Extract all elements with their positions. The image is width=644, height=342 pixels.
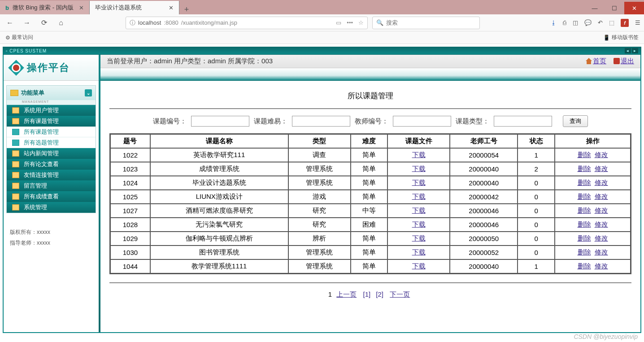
cell-type: 调查 — [288, 148, 351, 162]
star-icon[interactable]: ☆ — [358, 19, 364, 26]
edit-link[interactable]: 修改 — [595, 193, 608, 200]
undo-icon[interactable]: ↶ — [598, 19, 603, 26]
bookmark-most-visited[interactable]: 最常访问 — [12, 34, 33, 41]
watermark: CSDN @biyezuopinvip — [574, 333, 638, 340]
maximize-button[interactable]: ☐ — [605, 2, 624, 14]
edit-link[interactable]: 修改 — [595, 234, 608, 242]
back-button[interactable]: ← — [4, 17, 16, 29]
gear-icon[interactable]: ⚙ — [5, 35, 10, 41]
next-page-link[interactable]: 下一页 — [390, 290, 410, 298]
download-link[interactable]: 下载 — [412, 179, 426, 186]
sidebar-item-5[interactable]: 所有论文查看 — [7, 159, 96, 170]
logo-mark-icon — [8, 60, 24, 76]
url-field[interactable]: ⓘ localhost:8080/xuantixitong/main.jsp ▭… — [126, 17, 368, 29]
download-link[interactable]: 下载 — [412, 193, 426, 200]
close-icon[interactable]: ✕ — [169, 4, 174, 11]
cell-file: 下载 — [387, 148, 450, 162]
prev-page-link[interactable]: 上一页 — [336, 290, 357, 298]
sidebar-icon[interactable]: ◫ — [573, 19, 578, 26]
edit-link[interactable]: 修改 — [595, 220, 608, 228]
prev-arrow-icon[interactable]: ◂ — [625, 48, 631, 53]
label-difficulty: 课题难易： — [254, 117, 287, 126]
download-link[interactable]: 下载 — [412, 165, 426, 172]
addon-icon[interactable]: ⬚ — [609, 19, 614, 26]
new-tab-button[interactable]: + — [179, 5, 194, 14]
delete-link[interactable]: 删除 — [578, 248, 591, 256]
download-link[interactable]: 下载 — [412, 248, 426, 256]
sidebar-item-3[interactable]: 所有选题管理 — [7, 137, 96, 148]
more-icon[interactable]: ••• — [347, 19, 353, 26]
download-link[interactable]: 下载 — [412, 234, 426, 242]
bing-icon: b — [5, 4, 9, 11]
delete-link[interactable]: 删除 — [578, 193, 591, 200]
search-box[interactable]: 🔍 — [372, 17, 480, 29]
download-icon[interactable]: ⭳ — [551, 19, 557, 26]
pagination: 1 上一页 [1] [2] 下一页 — [109, 274, 631, 307]
label-topic-type: 课题类型： — [456, 117, 489, 126]
page-2[interactable]: [2] — [376, 290, 383, 298]
collapse-icon[interactable]: ⌄ — [85, 89, 92, 96]
delete-link[interactable]: 删除 — [578, 165, 591, 172]
cell-file: 下载 — [387, 204, 450, 218]
cell-name: 成绩管理系统 — [150, 162, 288, 176]
home-button[interactable]: ⌂ — [55, 17, 67, 29]
cell-teacher: 20000040 — [450, 162, 518, 176]
delete-link[interactable]: 删除 — [578, 234, 591, 242]
cell-name: 英语教学研究111 — [150, 148, 288, 162]
sidebar-item-1[interactable]: 所有课题管理 — [7, 116, 96, 127]
search-input[interactable] — [386, 19, 476, 26]
search-button[interactable]: 查询 — [563, 115, 588, 127]
close-window-button[interactable]: ✕ — [624, 2, 644, 14]
library-icon[interactable]: ⎙ — [563, 19, 566, 26]
browser-tab-bing[interactable]: b 微软 Bing 搜索 - 国内版 ✕ — [0, 1, 90, 14]
reload-button[interactable]: ⟳ — [38, 17, 50, 29]
page-1[interactable]: [1] — [363, 290, 370, 298]
flash-icon[interactable]: f — [621, 19, 629, 27]
chat-icon[interactable]: 💬 — [584, 19, 592, 26]
minimize-button[interactable]: — — [585, 2, 605, 14]
download-link[interactable]: 下载 — [412, 151, 426, 158]
edit-link[interactable]: 修改 — [595, 248, 608, 256]
delete-link[interactable]: 删除 — [578, 262, 591, 270]
input-difficulty[interactable] — [292, 116, 350, 127]
next-arrow-icon[interactable]: ▸ — [632, 48, 638, 53]
delete-link[interactable]: 删除 — [578, 179, 591, 186]
forward-button[interactable]: → — [21, 17, 33, 29]
delete-link[interactable]: 删除 — [578, 151, 591, 158]
exit-link[interactable]: 退出 — [621, 57, 634, 65]
sidebar-item-6[interactable]: 友情连接管理 — [7, 170, 96, 180]
menu-icon[interactable]: ☰ — [635, 19, 640, 26]
delete-link[interactable]: 删除 — [578, 206, 591, 214]
edit-link[interactable]: 修改 — [595, 262, 608, 270]
url-path: /xuantixitong/main.jsp — [181, 19, 237, 26]
download-link[interactable]: 下载 — [412, 206, 426, 214]
sidebar-item-9[interactable]: 系统管理 — [7, 202, 96, 213]
home-link[interactable]: 首页 — [593, 57, 606, 65]
cell-diff: 简单 — [351, 246, 388, 259]
browser-tab-active[interactable]: 毕业设计选题系统 ✕ — [90, 1, 179, 14]
download-link[interactable]: 下载 — [412, 220, 426, 228]
input-topic-id[interactable] — [191, 116, 249, 127]
menu-header[interactable]: 功能菜单 ⌄ — [7, 86, 96, 100]
bookmark-mobile[interactable]: 移动版书签 — [612, 34, 639, 41]
sidebar-item-8[interactable]: 所有成绩查看 — [7, 191, 96, 202]
close-icon[interactable]: ✕ — [79, 4, 84, 11]
logo: 操作平台 — [4, 55, 99, 81]
cell-type: 管理系统 — [288, 246, 351, 259]
input-teacher-id[interactable] — [393, 116, 451, 127]
input-topic-type[interactable] — [494, 116, 552, 127]
sidebar-item-0[interactable]: 系统用户管理 — [7, 105, 96, 116]
download-link[interactable]: 下载 — [412, 262, 426, 270]
sidebar-item-4[interactable]: 站内新闻管理 — [7, 148, 96, 159]
delete-link[interactable]: 删除 — [578, 220, 591, 228]
sidebar-item-7[interactable]: 留言管理 — [7, 180, 96, 191]
edit-link[interactable]: 修改 — [595, 206, 608, 214]
sidebar-item-2[interactable]: 所有课题管理 — [7, 127, 96, 137]
cell-id: 1024 — [110, 176, 150, 190]
edit-link[interactable]: 修改 — [595, 179, 608, 186]
cell-teacher: 20000054 — [450, 148, 518, 162]
edit-link[interactable]: 修改 — [595, 165, 608, 172]
reader-icon[interactable]: ▭ — [336, 19, 341, 26]
edit-link[interactable]: 修改 — [595, 151, 608, 158]
info-icon[interactable]: ⓘ — [130, 19, 135, 27]
